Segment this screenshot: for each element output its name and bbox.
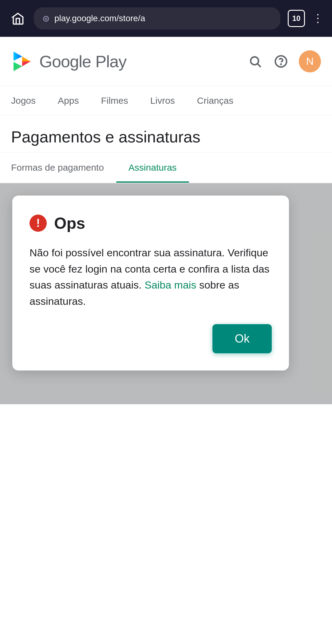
dialog-footer: Ok [30,324,272,353]
svg-marker-2 [22,56,31,61]
page-title: Pagamentos e assinaturas [11,128,321,146]
error-icon: ! [30,215,47,232]
more-icon[interactable]: ⋮ [312,12,323,25]
url-bar[interactable]: ⊜ play.google.com/store/a [34,7,280,29]
gplay-logo-icon [11,50,33,72]
filter-icon: ⊜ [42,14,49,24]
dialog-header: ! Ops [30,214,272,232]
avatar[interactable]: N [299,50,321,72]
nav-tab-criancas[interactable]: Crianças [186,86,244,115]
browser-bar: ⊜ play.google.com/store/a 10 ⋮ [0,0,332,37]
dialog-learn-more-link[interactable]: Saiba mais [144,279,196,291]
url-text: play.google.com/store/a [54,14,145,23]
search-icon[interactable] [247,53,263,69]
gplay-header: Google Play N [0,37,332,86]
svg-point-7 [281,64,281,64]
nav-tab-jogos[interactable]: Jogos [11,86,47,115]
svg-marker-3 [22,61,31,66]
svg-point-4 [251,57,259,65]
nav-tabs: Jogos Apps Filmes Livros Crianças [0,86,332,115]
sub-nav-assinaturas[interactable]: Assinaturas [116,153,189,183]
dialog-body: Não foi possível encontrar sua assinatur… [30,245,272,309]
sub-nav-formas[interactable]: Formas de pagamento [11,153,116,183]
svg-line-5 [258,64,261,67]
nav-tab-filmes[interactable]: Filmes [90,86,139,115]
dialog-title: Ops [54,214,85,232]
dialog-wrapper: ! Ops Não foi possível encontrar sua ass… [12,196,320,370]
page-title-bar: Pagamentos e assinaturas [0,115,332,153]
dialog-ok-button[interactable]: Ok [212,324,272,353]
gplay-logo-area: Google Play [11,50,247,72]
dialog-card: ! Ops Não foi possível encontrar sua ass… [12,196,289,370]
help-icon[interactable] [273,53,289,69]
svg-marker-0 [14,52,22,61]
full-page: ⊜ play.google.com/store/a 10 ⋮ [0,0,332,644]
gplay-logo-text: Google Play [39,52,126,71]
svg-marker-1 [14,62,22,71]
home-icon[interactable] [9,10,26,27]
nav-tab-livros[interactable]: Livros [139,86,186,115]
tab-count[interactable]: 10 [288,10,305,27]
gplay-header-icons: N [247,50,321,72]
nav-tab-apps[interactable]: Apps [47,86,90,115]
content-area: Google Play Vamos começar ! Ops Não foi … [0,183,332,404]
sub-nav: Formas de pagamento Assinaturas [0,153,332,183]
